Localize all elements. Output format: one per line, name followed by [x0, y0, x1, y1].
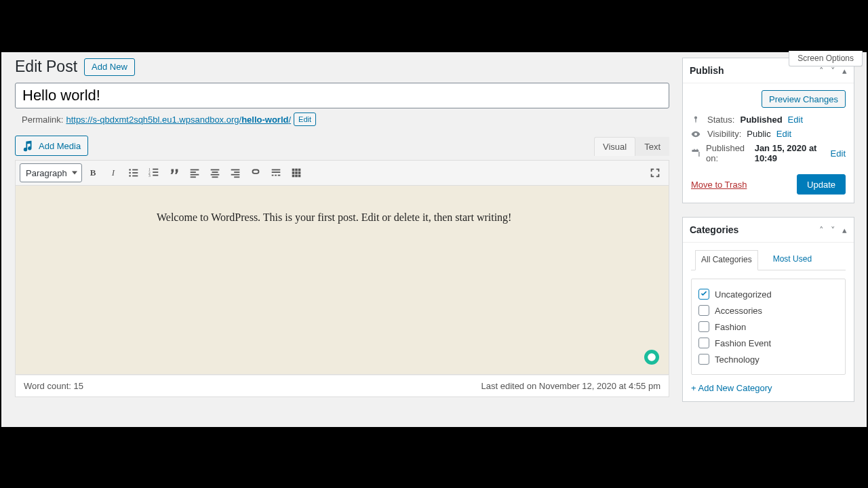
editor-tabs: Visual Text: [594, 137, 669, 156]
status-value: Published: [740, 115, 782, 125]
category-item[interactable]: Uncategorized: [698, 286, 838, 302]
post-title-input[interactable]: [15, 83, 669, 108]
publish-footer: Move to Trash Update: [691, 174, 846, 195]
content-editor[interactable]: Welcome to WordPress. This is your first…: [15, 185, 669, 375]
visibility-row: Visibility: Public Edit: [691, 129, 846, 139]
bold-button[interactable]: B: [83, 163, 102, 182]
screen-options-button[interactable]: Screen Options: [789, 51, 863, 66]
category-label: Uncategorized: [715, 289, 772, 300]
grammarly-icon[interactable]: [644, 350, 659, 365]
panel-up-icon[interactable]: ˄: [819, 66, 824, 76]
published-edit-link[interactable]: Edit: [831, 148, 846, 159]
svg-rect-25: [272, 171, 281, 173]
bulleted-list-button[interactable]: [124, 163, 143, 182]
add-new-category-link[interactable]: + Add New Category: [691, 383, 772, 393]
category-list[interactable]: Uncategorized Accessories Fashion Fashio…: [691, 279, 846, 375]
svg-rect-21: [234, 171, 239, 173]
panel-toggle-icon[interactable]: ▴: [842, 225, 847, 235]
checkbox[interactable]: [698, 354, 709, 365]
svg-rect-12: [191, 169, 199, 171]
preview-row: Preview Changes: [691, 90, 846, 108]
page-title: Edit Post: [15, 58, 77, 76]
svg-rect-36: [295, 175, 298, 178]
svg-rect-37: [298, 175, 301, 178]
svg-rect-33: [295, 171, 298, 174]
svg-rect-17: [212, 171, 218, 173]
checkbox[interactable]: [698, 338, 709, 348]
svg-rect-14: [191, 174, 199, 176]
paragraph-format-select[interactable]: Paragraph: [20, 163, 82, 182]
update-button[interactable]: Update: [797, 174, 846, 195]
svg-rect-15: [191, 176, 196, 178]
align-left-button[interactable]: [185, 163, 204, 182]
published-row: Published on: Jan 15, 2020 at 10:49 Edit: [691, 143, 846, 163]
align-center-button[interactable]: [205, 163, 224, 182]
checkbox[interactable]: [698, 321, 709, 332]
publish-panel-body: Preview Changes Status: Published Edit V…: [683, 83, 854, 203]
chevron-down-icon: [72, 171, 77, 175]
main-column: Screen Options Edit Post Add New Permali…: [1, 52, 677, 427]
category-label: Technology: [715, 354, 760, 365]
visibility-label: Visibility:: [707, 129, 741, 139]
svg-rect-7: [153, 169, 158, 170]
category-item[interactable]: Accessories: [698, 302, 838, 319]
panel-down-icon[interactable]: ˅: [831, 225, 835, 235]
content-paragraph: Welcome to WordPress. This is your first…: [157, 209, 528, 226]
word-count-value: 15: [73, 381, 83, 391]
svg-rect-9: [153, 171, 158, 173]
editor-wrap: Add Media Visual Text Paragraph B I: [15, 136, 669, 397]
add-media-button[interactable]: Add Media: [15, 136, 88, 156]
visibility-value: Public: [747, 129, 770, 139]
checkbox[interactable]: [698, 289, 709, 300]
editor-top: Add Media Visual Text: [15, 136, 669, 156]
publish-panel-title: Publish: [690, 65, 724, 76]
svg-rect-30: [295, 169, 298, 171]
tab-most-used[interactable]: Most Used: [768, 250, 817, 270]
category-item[interactable]: Technology: [698, 351, 838, 367]
checkbox[interactable]: [698, 305, 709, 316]
last-edited: Last edited on November 12, 2020 at 4:55…: [481, 381, 660, 391]
panel-down-icon[interactable]: ˅: [831, 66, 835, 76]
move-to-trash-link[interactable]: Move to Trash: [691, 180, 747, 190]
svg-rect-3: [132, 172, 138, 174]
numbered-list-button[interactable]: 123: [144, 163, 163, 182]
tab-text[interactable]: Text: [635, 137, 669, 156]
tab-visual[interactable]: Visual: [594, 137, 635, 156]
align-right-button[interactable]: [226, 163, 245, 182]
category-label: Fashion Event: [715, 338, 771, 348]
insert-more-button[interactable]: [267, 163, 285, 182]
fullscreen-button[interactable]: [646, 163, 665, 182]
svg-rect-11: [153, 175, 158, 176]
panel-toggle-icon[interactable]: ▴: [842, 66, 847, 76]
permalink-link[interactable]: https://s-qbdxmt2sqh5bl.eu1.wpsandbox.or…: [66, 115, 291, 125]
category-label: Fashion: [715, 322, 746, 332]
add-media-label: Add Media: [39, 141, 81, 151]
toolbar-toggle-button[interactable]: [287, 163, 306, 182]
status-edit-link[interactable]: Edit: [788, 115, 803, 125]
preview-changes-button[interactable]: Preview Changes: [762, 90, 846, 108]
svg-rect-23: [234, 176, 239, 178]
published-label: Published on:: [706, 143, 749, 163]
category-item[interactable]: Fashion: [698, 319, 838, 335]
blockquote-button[interactable]: [165, 163, 184, 182]
svg-rect-35: [292, 175, 295, 178]
panel-up-icon[interactable]: ˄: [819, 225, 824, 235]
italic-button[interactable]: I: [104, 163, 123, 182]
category-item[interactable]: Fashion Event: [698, 335, 838, 351]
panel-controls: ˄ ˅ ▴: [819, 225, 847, 235]
permalink-edit-button[interactable]: Edit: [294, 113, 316, 126]
add-new-button[interactable]: Add New: [84, 58, 135, 76]
permalink-label: Permalink:: [22, 115, 63, 125]
insert-link-button[interactable]: [246, 163, 265, 182]
categories-panel-header: Categories ˄ ˅ ▴: [683, 218, 854, 243]
visibility-edit-link[interactable]: Edit: [776, 129, 791, 139]
svg-rect-5: [132, 176, 138, 177]
word-count: Word count: 15: [24, 381, 83, 391]
categories-panel-title: Categories: [690, 224, 738, 235]
categories-panel: Categories ˄ ˅ ▴ All Categories Most Use…: [682, 217, 854, 402]
word-count-label: Word count:: [24, 381, 73, 391]
tab-all-categories[interactable]: All Categories: [695, 250, 758, 270]
categories-panel-body: All Categories Most Used Uncategorized A…: [683, 243, 854, 401]
svg-rect-18: [211, 174, 220, 176]
pin-icon: [691, 115, 702, 125]
